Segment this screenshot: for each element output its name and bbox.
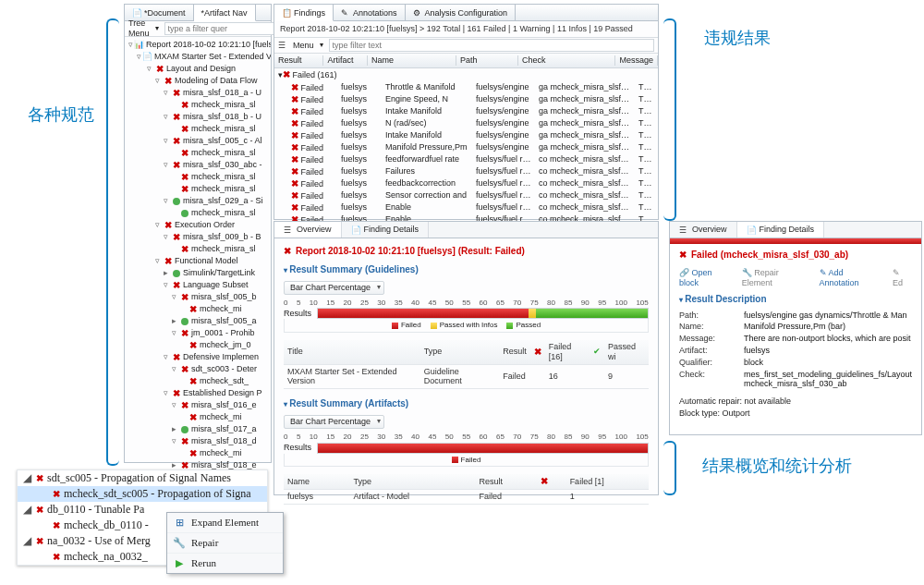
- x-icon: ✖: [179, 328, 189, 338]
- findings-pane: 📋Findings ✎Annotations ⚙Analysis Configu…: [274, 4, 659, 220]
- tree-item[interactable]: ✖mcheck_misra_sl: [125, 123, 271, 135]
- tree-item[interactable]: ✖mcheck_mi: [125, 447, 271, 459]
- g-icon: [179, 316, 189, 326]
- tree-item[interactable]: ▿✖misra_slsf_030_abc -: [125, 159, 271, 171]
- status-strip: [670, 238, 921, 244]
- tree-item[interactable]: mcheck_misra_sl: [125, 207, 271, 219]
- finding-row[interactable]: ✖ FailedfuelsysEngine Speed, Nfuelsys/en…: [274, 93, 658, 105]
- finding-row[interactable]: ✖ FailedfuelsysIntake Manifoldfuelsys/en…: [274, 105, 658, 117]
- tree-item[interactable]: ▿✖misra_slsf_009_b - B: [125, 231, 271, 243]
- details-icon: 📄: [747, 225, 756, 235]
- tab-artifact-nav[interactable]: *Artifact Nav: [194, 5, 256, 21]
- edit-action[interactable]: ✎ Ed: [893, 268, 912, 288]
- config-icon: ⚙: [413, 8, 422, 18]
- tree-item[interactable]: ▿✖misra_slsf_018_d: [125, 435, 271, 447]
- g-icon: [179, 424, 189, 434]
- finding-row[interactable]: ✖ FailedfuelsysFailuresfuelsys/fuel rate…: [274, 165, 658, 177]
- x-icon: ✖: [154, 64, 164, 74]
- wrench-icon: 🔧: [173, 537, 186, 550]
- tree-filter-input[interactable]: [164, 22, 275, 35]
- overview-icon: ☰: [679, 225, 688, 235]
- tree-item[interactable]: ▿✖Functional Model: [125, 255, 271, 267]
- tree-item[interactable]: ▿✖Language Subset: [125, 279, 271, 291]
- finding-row[interactable]: ✖ FailedfuelsysSensor correction andfuel…: [274, 189, 658, 201]
- callout-left: 各种规范: [28, 106, 94, 123]
- finding-row[interactable]: ✖ FailedfuelsysThrottle & Manifoldfuelsy…: [274, 81, 658, 93]
- group-failed[interactable]: ▾✖ Failed (161): [274, 68, 658, 81]
- menu-expand[interactable]: ⊞Expand Element: [167, 513, 283, 533]
- open-block-action[interactable]: 🔗 Open block: [679, 268, 733, 288]
- section-guidelines[interactable]: Result Summary (Guidelines): [284, 264, 649, 275]
- zoom-item[interactable]: ◢✖sdt_sc005 - Propagation of Signal Name…: [18, 470, 267, 486]
- tree-item[interactable]: ▿✖misra_slsf_016_e: [125, 399, 271, 411]
- tree-item[interactable]: ✖mcheck_misra_sl: [125, 99, 271, 111]
- x-icon: ✖: [171, 388, 181, 398]
- tree-item[interactable]: ▿✖sdt_sc003 - Deter: [125, 363, 271, 375]
- details-icon: 📄: [351, 225, 360, 235]
- brace-left: [106, 18, 119, 466]
- finding-row[interactable]: ✖ Failedfuelsysfeedforwardfuel ratefuels…: [274, 153, 658, 165]
- tree-item[interactable]: ▿📄MXAM Starter Set - Extended V: [125, 51, 271, 63]
- dtab-finding-details[interactable]: 📄Finding Details: [737, 222, 825, 238]
- brace-top-right: [663, 18, 676, 221]
- tree-item[interactable]: ▿✖Execution Order: [125, 219, 271, 231]
- tree-item[interactable]: ✖mcheck_misra_sl: [125, 183, 271, 195]
- legend-artifacts: Failed: [284, 454, 649, 468]
- artifact-nav-pane: 📄*Document *Artifact Nav Tree Menu▾ ▿📊Re…: [124, 4, 272, 463]
- menu-icon[interactable]: ☰: [278, 41, 287, 50]
- callout-bottom-right: 结果概览和统计分析: [702, 457, 852, 474]
- section-artifacts[interactable]: Result Summary (Artifacts): [284, 398, 649, 409]
- tree-item[interactable]: ✖mcheck_misra_sl: [125, 147, 271, 159]
- chart-type-dropdown2[interactable]: Bar Chart Percentage: [284, 415, 384, 429]
- tree-item[interactable]: ▿✖misra_slsf_018_b - U: [125, 111, 271, 123]
- tree-item[interactable]: ▿misra_slsf_029_a - Si: [125, 195, 271, 207]
- zoom-item[interactable]: ✖mcheck_sdt_sc005 - Propagation of Signa: [18, 486, 267, 502]
- findings-filter-input[interactable]: [329, 39, 654, 52]
- dtab-overview[interactable]: ☰Overview: [670, 222, 737, 238]
- tree-item[interactable]: ✖mcheck_mi: [125, 411, 271, 423]
- x-icon: ✖: [163, 220, 173, 230]
- tree-item[interactable]: ✖mcheck_misra_sl: [125, 171, 271, 183]
- menu-rerun[interactable]: ▶Rerun: [167, 554, 283, 573]
- tab-annotations[interactable]: ✎Annotations: [334, 5, 406, 20]
- guidelines-bar: [317, 308, 649, 319]
- finding-row[interactable]: ✖ FailedfuelsysEnablefuelsys/fuel rateco…: [274, 201, 658, 213]
- finding-row[interactable]: ✖ FailedfuelsysN (rad/sec)fuelsys/engine…: [274, 117, 658, 129]
- tree-item[interactable]: ▿✖Defensive Implemen: [125, 351, 271, 363]
- x-icon: ✖: [171, 232, 181, 242]
- detail-title: Failed (mcheck_misra_slsf_030_ab): [691, 250, 848, 261]
- subtab-finding-details[interactable]: 📄Finding Details: [342, 222, 430, 238]
- tab-analysis-config[interactable]: ⚙Analysis Configuration: [406, 5, 517, 20]
- tree-item[interactable]: ▿✖Layout and Design: [125, 63, 271, 75]
- tree-item[interactable]: ▿✖misra_slsf_018_a - U: [125, 87, 271, 99]
- finding-row[interactable]: ✖ FailedfuelsysManifold Pressure,Pmfuels…: [274, 141, 658, 153]
- tree-item[interactable]: ▸misra_slsf_017_a: [125, 423, 271, 435]
- doc-icon: 📄: [142, 52, 152, 62]
- tree-item[interactable]: ▿✖Established Design P: [125, 387, 271, 399]
- tree-item[interactable]: ✖mcheck_misra_sl: [125, 243, 271, 255]
- section-result-desc[interactable]: Result Description: [679, 294, 912, 305]
- tree-item[interactable]: ▿✖misra_slsf_005_c - Al: [125, 135, 271, 147]
- menu-repair[interactable]: 🔧Repair: [167, 533, 283, 554]
- finding-row[interactable]: ✖ Failedfuelsysfeedbackcorrectionfuelsys…: [274, 177, 658, 189]
- tab-findings[interactable]: 📋Findings: [274, 5, 334, 21]
- tree-menu-label[interactable]: Tree Menu: [128, 18, 150, 39]
- finding-row[interactable]: ✖ FailedfuelsysIntake Manifoldfuelsys/en…: [274, 129, 658, 141]
- subtab-overview[interactable]: ☰Overview: [274, 222, 342, 238]
- tree-item[interactable]: ▿✖Modeling of Data Flow: [125, 75, 271, 87]
- tree-item[interactable]: ▿✖jm_0001 - Prohib: [125, 327, 271, 339]
- tree-item[interactable]: ▸Simulink/TargetLink: [125, 267, 271, 279]
- report-title: Report 2018-10-02 10:21:10 [fuelsys] (Re…: [296, 246, 525, 257]
- add-annotation-action[interactable]: ✎ Add Annotation: [820, 268, 883, 288]
- tree-item[interactable]: ✖mcheck_sdt_: [125, 375, 271, 387]
- chart-type-dropdown[interactable]: Bar Chart Percentage: [284, 281, 384, 295]
- tree-item[interactable]: ✖mcheck_jm_0: [125, 339, 271, 351]
- x-icon: ✖: [163, 256, 173, 266]
- repair-element-action[interactable]: 🔧 Repair Element: [742, 268, 810, 288]
- tree-item[interactable]: ▿✖misra_slsf_005_b: [125, 291, 271, 303]
- tree-item[interactable]: ▸misra_slsf_005_a: [125, 315, 271, 327]
- tree-item[interactable]: ✖mcheck_mi: [125, 303, 271, 315]
- expand-icon: ⊞: [173, 517, 186, 530]
- tree-item[interactable]: ▿📊Report 2018-10-02 10:21:10 [fuels: [125, 39, 271, 51]
- x-icon: ✖: [179, 184, 189, 194]
